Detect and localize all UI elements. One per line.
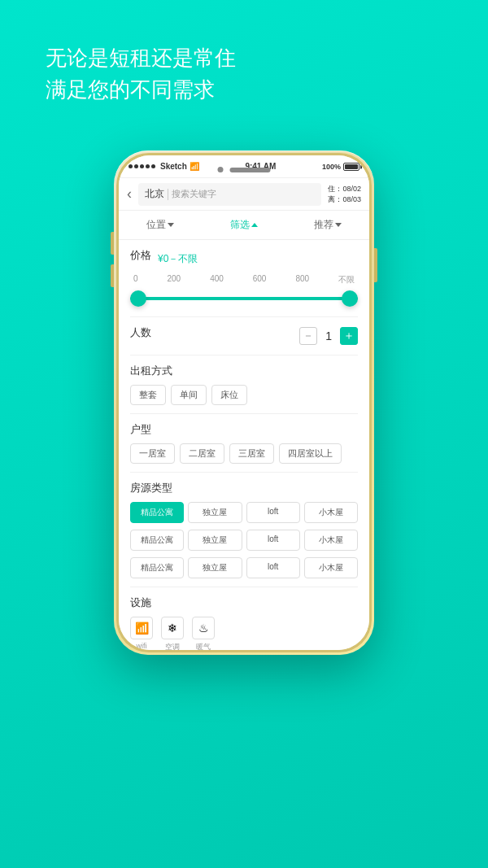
rental-type-title: 出租方式: [130, 364, 358, 378]
battery-percent: 100%: [322, 163, 341, 171]
date-info: 住：08/02 离：08/03: [328, 184, 361, 204]
property-type-row-3: 精品公寓 独立屋 loft 小木屋: [130, 557, 358, 578]
search-bar[interactable]: ‹ 北京 搜索关键字 住：08/02 离：08/03: [119, 178, 369, 211]
property-tag-0-0[interactable]: 精品公寓: [130, 502, 184, 523]
filter-bar: 位置 筛选 推荐: [119, 211, 369, 240]
room-type-tag-3[interactable]: 四居室以上: [279, 443, 342, 464]
facilities-title: 设施: [130, 595, 358, 610]
property-tag-2-1[interactable]: 独立屋: [188, 557, 242, 578]
search-divider: [168, 189, 168, 200]
front-camera: [218, 167, 224, 172]
slider-track: [130, 297, 358, 300]
rental-type-tag-2[interactable]: 床位: [211, 385, 247, 405]
slider-thumb-left[interactable]: [130, 290, 146, 307]
property-type-section: 房源类型 精品公寓 独立屋 loft 小木屋 精品公寓 独: [130, 481, 358, 578]
status-right: 100%: [322, 163, 359, 171]
battery-icon: [343, 163, 359, 171]
price-labels: 0 200 400 600 800 不限: [130, 274, 358, 286]
ac-facility-icon: ❄: [161, 617, 184, 639]
search-placeholder: 搜索关键字: [172, 188, 216, 200]
rental-type-section: 出租方式 整套 单间 床位: [130, 364, 358, 405]
status-left: Sketch 📶: [129, 162, 199, 171]
filter-content: 价格 ¥0－不限 0 200 400 600 800 不限: [119, 240, 369, 650]
heat-facility-icon: ♨: [192, 617, 215, 639]
filter-screen-label: 筛选: [230, 218, 250, 232]
search-input-area[interactable]: 北京 搜索关键字: [138, 183, 321, 206]
room-type-tags: 一居室 二居室 三居室 四居室以上: [130, 443, 358, 464]
property-tag-1-1[interactable]: 独立屋: [188, 530, 242, 551]
price-label-200: 200: [168, 274, 181, 286]
signal-dots: [129, 164, 155, 168]
facility-wifi[interactable]: 📶 wifi: [130, 617, 153, 650]
property-type-title: 房源类型: [130, 481, 358, 495]
facility-heat[interactable]: ♨ 暖气: [192, 617, 215, 650]
divider-5: [130, 587, 358, 587]
phone-mockup: Sketch 📶 9:41 AM 100% ‹: [114, 150, 374, 655]
room-type-title: 户型: [130, 422, 358, 437]
price-label-600: 600: [253, 274, 267, 286]
price-label-max: 不限: [338, 274, 355, 286]
checkin-label: 住：08/02: [328, 184, 361, 194]
people-title: 人数: [130, 325, 151, 340]
facilities-section: 设施 📶 wifi ❄ 空调: [130, 595, 358, 650]
facilities-row: 📶 wifi ❄ 空调 ♨ 暖气: [130, 617, 358, 650]
price-slider[interactable]: [130, 289, 358, 308]
carrier-label: Sketch: [160, 162, 187, 171]
filter-location[interactable]: 位置: [146, 218, 174, 232]
property-tag-0-3[interactable]: 小木屋: [304, 502, 358, 523]
screen-arrow-icon: [251, 223, 258, 227]
price-header: 价格 ¥0－不限: [130, 248, 358, 269]
people-minus-button[interactable]: －: [299, 327, 317, 345]
battery-fill: [345, 164, 358, 169]
minus-icon: －: [303, 329, 314, 343]
divider-4: [130, 472, 358, 473]
headline-line1: 无论是短租还是常住: [46, 42, 236, 74]
checkout-label: 离：08/03: [328, 194, 361, 205]
property-tag-2-2[interactable]: loft: [246, 557, 300, 578]
divider-3: [130, 413, 358, 414]
wifi-facility-label: wifi: [137, 642, 147, 650]
people-controls: － 1 ＋: [299, 327, 358, 345]
side-button-volume-down: [111, 264, 114, 287]
property-tag-1-3[interactable]: 小木屋: [304, 530, 358, 551]
property-type-row-2: 精品公寓 独立屋 loft 小木屋: [130, 530, 358, 551]
property-tag-0-2[interactable]: loft: [246, 502, 300, 523]
property-tag-1-0[interactable]: 精品公寓: [130, 530, 184, 551]
people-count: 1: [325, 329, 332, 342]
property-tag-2-3[interactable]: 小木屋: [304, 557, 358, 578]
filter-recommend-label: 推荐: [314, 218, 333, 232]
room-type-tag-2[interactable]: 三居室: [229, 443, 274, 464]
rental-type-tag-0[interactable]: 整套: [130, 385, 166, 405]
property-tag-2-0[interactable]: 精品公寓: [130, 557, 184, 578]
background-text: 无论是短租还是常住 满足您的不同需求: [46, 42, 236, 106]
people-plus-button[interactable]: ＋: [340, 327, 358, 345]
ac-facility-label: 空调: [165, 642, 180, 650]
room-type-tag-1[interactable]: 二居室: [180, 443, 224, 464]
side-button-volume-up: [111, 232, 114, 255]
side-button-power: [374, 248, 377, 282]
property-tag-1-2[interactable]: loft: [246, 530, 300, 551]
filter-screen[interactable]: 筛选: [230, 218, 258, 232]
filter-location-label: 位置: [146, 218, 166, 232]
property-type-row-1: 精品公寓 独立屋 loft 小木屋: [130, 502, 358, 523]
heat-facility-label: 暖气: [196, 642, 211, 650]
back-button[interactable]: ‹: [127, 185, 132, 203]
property-tag-0-1[interactable]: 独立屋: [188, 502, 242, 523]
speaker-grille: [230, 168, 271, 172]
phone-notch: [218, 167, 271, 172]
recommend-arrow-icon: [335, 223, 342, 227]
room-type-tag-0[interactable]: 一居室: [130, 443, 175, 464]
people-section: 人数 － 1 ＋: [130, 325, 358, 347]
divider-1: [130, 316, 358, 317]
wifi-facility-icon: 📶: [130, 617, 153, 639]
slider-thumb-right[interactable]: [342, 290, 358, 307]
price-label-800: 800: [295, 274, 309, 286]
facility-ac[interactable]: ❄ 空调: [161, 617, 184, 650]
price-label-400: 400: [210, 274, 224, 286]
search-location: 北京: [145, 187, 164, 201]
price-title: 价格: [130, 248, 151, 263]
wifi-icon: 📶: [190, 162, 199, 171]
rental-type-tag-1[interactable]: 单间: [171, 385, 207, 405]
location-arrow-icon: [168, 223, 174, 227]
filter-recommend[interactable]: 推荐: [314, 218, 342, 232]
